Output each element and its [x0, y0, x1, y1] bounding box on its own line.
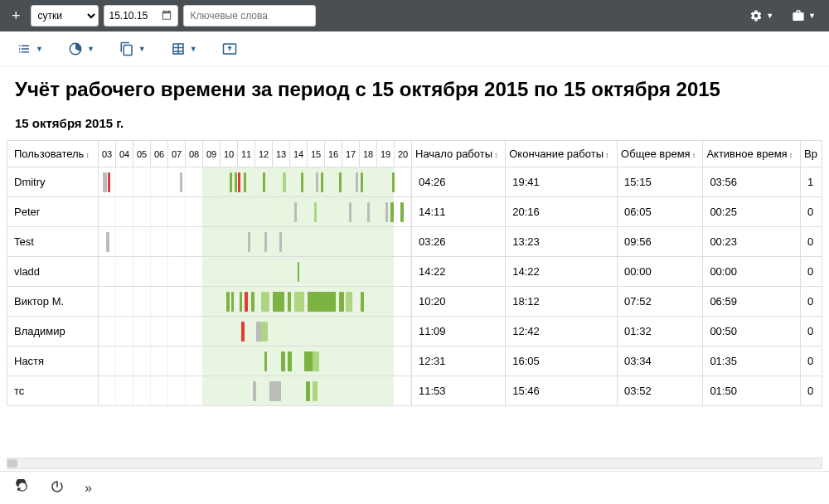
- activity-bar: [231, 292, 234, 312]
- activity-bar: [108, 172, 110, 192]
- timeline-cell[interactable]: [99, 167, 412, 197]
- activity-bar: [241, 322, 245, 342]
- activity-bar: [273, 292, 284, 312]
- col-hour: 11: [238, 141, 255, 167]
- activity-bar: [298, 262, 299, 282]
- add-button[interactable]: +: [7, 7, 26, 25]
- end-cell: 13:23: [506, 227, 618, 257]
- activity-bar: [339, 172, 342, 192]
- sort-icon: ↕: [605, 151, 609, 159]
- date-input[interactable]: [109, 10, 158, 22]
- user-cell[interactable]: Dmitry: [7, 167, 99, 197]
- user-cell[interactable]: Виктор М.: [7, 287, 99, 317]
- chart-button[interactable]: ▼: [68, 41, 95, 56]
- start-cell: 14:11: [412, 197, 506, 227]
- horizontal-scrollbar[interactable]: [7, 458, 822, 469]
- activity-bar: [294, 292, 304, 312]
- active-cell: 00:23: [703, 227, 801, 257]
- calendar-icon[interactable]: [161, 9, 172, 23]
- col-end[interactable]: Окончание работы↕: [506, 141, 618, 167]
- table-row: Dmitry04:2619:4115:1503:561: [7, 167, 822, 197]
- search-input[interactable]: [183, 5, 316, 27]
- expand-button[interactable]: »: [85, 481, 92, 496]
- sort-icon: ↕: [789, 151, 793, 159]
- copy-button[interactable]: ▼: [119, 41, 146, 56]
- start-cell: 11:09: [412, 317, 506, 346]
- activity-bar: [281, 351, 285, 371]
- table-button[interactable]: ▼: [171, 41, 197, 56]
- col-hour: 09: [203, 141, 221, 167]
- caret-down-icon: ▼: [808, 12, 816, 20]
- bottom-bar: »: [0, 471, 829, 504]
- user-cell[interactable]: Владимир: [7, 317, 99, 346]
- col-total[interactable]: Общее время↕: [618, 141, 703, 167]
- copy-icon: [119, 41, 134, 56]
- activity-bar: [288, 351, 292, 371]
- total-cell: 07:52: [618, 287, 703, 317]
- col-user[interactable]: Пользователь↕: [7, 141, 99, 167]
- refresh-button[interactable]: [15, 479, 30, 497]
- export-button[interactable]: [222, 41, 237, 56]
- last-cell: 1: [800, 167, 822, 197]
- col-active[interactable]: Активное время↕: [703, 141, 801, 167]
- activity-bar: [264, 351, 267, 371]
- col-start[interactable]: Начало работы↕: [412, 141, 506, 167]
- active-cell: 00:50: [703, 317, 801, 346]
- activity-bar: [361, 172, 363, 192]
- activity-bar: [226, 292, 230, 312]
- list-view-button[interactable]: ▼: [17, 41, 43, 56]
- briefcase-icon: [792, 9, 805, 22]
- active-cell: 03:56: [703, 167, 801, 197]
- activity-bar: [244, 172, 246, 192]
- col-hour: 12: [255, 141, 273, 167]
- end-cell: 12:42: [506, 317, 618, 346]
- date-picker[interactable]: [104, 5, 178, 27]
- power-button[interactable]: [50, 479, 65, 497]
- pie-chart-icon: [68, 41, 83, 56]
- timeline-cell[interactable]: [99, 257, 412, 287]
- activity-bar: [361, 292, 364, 312]
- user-cell[interactable]: Настя: [7, 346, 99, 376]
- activity-bar: [180, 172, 182, 192]
- activity-bar: [400, 202, 404, 222]
- table-row: Peter14:1120:1606:0500:250: [7, 197, 822, 227]
- timeline-cell[interactable]: [99, 287, 412, 317]
- total-cell: 15:15: [618, 167, 703, 197]
- activity-bar: [306, 381, 310, 401]
- activity-bar: [261, 292, 269, 312]
- timeline-cell[interactable]: [99, 227, 412, 257]
- activity-bar: [304, 351, 313, 371]
- refresh-icon: [15, 479, 30, 494]
- activity-bar: [346, 292, 352, 312]
- col-hour: 16: [325, 141, 342, 167]
- user-cell[interactable]: Test: [7, 227, 99, 257]
- last-cell: 0: [800, 346, 822, 376]
- chevron-right-icon: »: [85, 481, 92, 495]
- user-cell[interactable]: Peter: [7, 197, 99, 227]
- col-hour: 08: [186, 141, 203, 167]
- active-cell: 01:50: [703, 376, 801, 406]
- table-row: Владимир11:0912:4201:3200:500: [7, 317, 822, 346]
- activity-bar: [251, 292, 255, 312]
- sort-icon: ↕: [692, 151, 696, 159]
- scroll-thumb[interactable]: [7, 459, 17, 468]
- active-cell: 01:35: [703, 346, 801, 376]
- active-cell: 00:00: [703, 257, 801, 287]
- timeline-cell[interactable]: [99, 376, 412, 406]
- timeline-cell[interactable]: [99, 346, 412, 376]
- activity-bar: [238, 172, 240, 192]
- user-cell[interactable]: vladd: [7, 257, 99, 287]
- table-row: тс11:5315:4603:5201:500: [7, 376, 822, 406]
- timeline-cell[interactable]: [99, 317, 412, 346]
- activity-bar: [392, 172, 395, 192]
- caret-down-icon: ▼: [87, 45, 95, 53]
- end-cell: 16:05: [506, 346, 618, 376]
- briefcase-button[interactable]: ▼: [785, 9, 822, 22]
- user-cell[interactable]: тс: [7, 376, 99, 406]
- period-select[interactable]: сутки: [31, 5, 99, 27]
- col-last[interactable]: Вр: [800, 141, 822, 167]
- activity-bar: [240, 292, 242, 312]
- timeline-cell[interactable]: [99, 197, 412, 227]
- caret-down-icon: ▼: [766, 12, 773, 20]
- settings-button[interactable]: ▼: [743, 9, 780, 22]
